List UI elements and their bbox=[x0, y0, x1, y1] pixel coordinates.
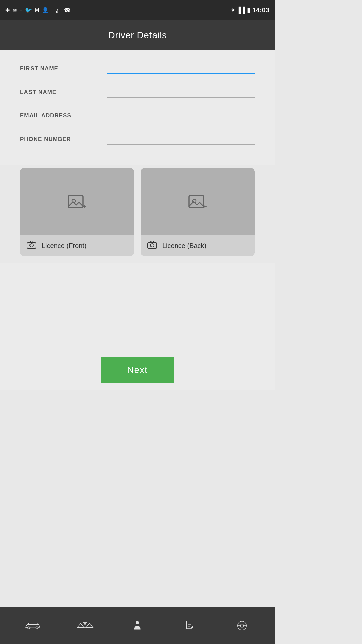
image-placeholder-icon-back: + bbox=[188, 194, 207, 210]
person-icon bbox=[129, 621, 146, 631]
first-name-row: FIRST NAME bbox=[20, 64, 255, 74]
last-name-row: LAST NAME bbox=[20, 88, 255, 98]
camera-svg-front bbox=[27, 240, 36, 249]
phone-row: PHONE NUMBER bbox=[20, 135, 255, 145]
status-bar: ✚ ✉ ≡ 🐦 M 👤 f g+ ☎ ⌖ ▐▐ ▮ 14:03 bbox=[0, 0, 275, 20]
steering-wheel-icon bbox=[233, 621, 251, 631]
licence-front-label-row: Licence (Front) bbox=[20, 235, 134, 256]
camera-svg-back bbox=[147, 240, 157, 249]
battery-icon: ▮ bbox=[247, 6, 250, 14]
svg-rect-0 bbox=[68, 196, 83, 208]
camera-icon-front bbox=[27, 240, 36, 251]
phone-icon: ☎ bbox=[64, 7, 71, 13]
page-header: Driver Details bbox=[0, 20, 275, 50]
main-form: FIRST NAME LAST NAME EMAIL ADDRESS PHONE… bbox=[0, 50, 275, 165]
phone-label: PHONE NUMBER bbox=[20, 136, 107, 145]
status-icons-right: ⌖ ▐▐ ▮ 14:03 bbox=[231, 6, 269, 14]
svg-rect-5 bbox=[189, 196, 204, 208]
licence-back-card[interactable]: + Licence (Back) bbox=[141, 168, 255, 256]
svg-point-4 bbox=[30, 244, 33, 247]
spacer bbox=[0, 263, 275, 350]
google-plus-icon: g+ bbox=[55, 7, 61, 13]
licence-back-preview: + bbox=[141, 168, 255, 235]
licence-front-card[interactable]: + Licence (Front) bbox=[20, 168, 134, 256]
first-name-label: FIRST NAME bbox=[20, 65, 107, 74]
bottom-navigation bbox=[0, 607, 275, 644]
photo-section: + Licence (Front) + bbox=[0, 165, 275, 263]
svg-point-19 bbox=[240, 624, 244, 627]
first-name-input[interactable] bbox=[107, 64, 255, 74]
nav-item-document[interactable] bbox=[164, 621, 216, 631]
svg-point-13 bbox=[136, 621, 139, 624]
mail-icon: ✉ bbox=[12, 7, 17, 13]
time-display: 14:03 bbox=[252, 6, 269, 14]
add-icon: ✚ bbox=[5, 7, 10, 13]
image-placeholder-icon-front: + bbox=[68, 194, 86, 210]
menu-icon: ≡ bbox=[19, 7, 22, 13]
nav-item-person[interactable] bbox=[111, 621, 164, 631]
status-icons-left: ✚ ✉ ≡ 🐦 M 👤 f g+ ☎ bbox=[5, 7, 71, 13]
licence-back-label-row: Licence (Back) bbox=[141, 235, 255, 256]
facebook-icon: f bbox=[51, 7, 53, 13]
car-icon bbox=[24, 621, 42, 631]
svg-text:+: + bbox=[82, 203, 86, 210]
signal-icon: ▐▐ bbox=[236, 7, 245, 14]
email-input[interactable] bbox=[107, 111, 255, 121]
last-name-input[interactable] bbox=[107, 88, 255, 98]
nav-item-accident[interactable] bbox=[59, 621, 111, 631]
add-photo-icon-back: + bbox=[188, 194, 207, 210]
licence-front-preview: + bbox=[20, 168, 134, 235]
gmail-icon: M bbox=[35, 7, 39, 13]
add-photo-icon-front: + bbox=[68, 194, 86, 210]
page-title: Driver Details bbox=[108, 30, 167, 41]
svg-point-11 bbox=[36, 627, 38, 629]
bottom-action-area: Next bbox=[0, 350, 275, 390]
phone-input[interactable] bbox=[107, 135, 255, 145]
wifi-icon: ⌖ bbox=[231, 7, 234, 14]
licence-front-text: Licence (Front) bbox=[42, 242, 87, 250]
svg-point-10 bbox=[28, 627, 30, 629]
accident-icon bbox=[76, 621, 94, 631]
licence-back-text: Licence (Back) bbox=[162, 242, 206, 250]
svg-text:+: + bbox=[203, 203, 207, 210]
nav-item-steering[interactable] bbox=[216, 621, 268, 631]
twitter-icon: 🐦 bbox=[25, 7, 32, 13]
email-label: EMAIL ADDRESS bbox=[20, 112, 107, 121]
svg-point-9 bbox=[150, 244, 154, 247]
nav-item-car[interactable] bbox=[7, 621, 59, 631]
camera-icon-back bbox=[147, 240, 157, 251]
document-icon bbox=[181, 621, 198, 631]
person-icon: 👤 bbox=[42, 7, 49, 13]
next-button[interactable]: Next bbox=[101, 357, 174, 383]
email-row: EMAIL ADDRESS bbox=[20, 111, 255, 121]
last-name-label: LAST NAME bbox=[20, 89, 107, 98]
